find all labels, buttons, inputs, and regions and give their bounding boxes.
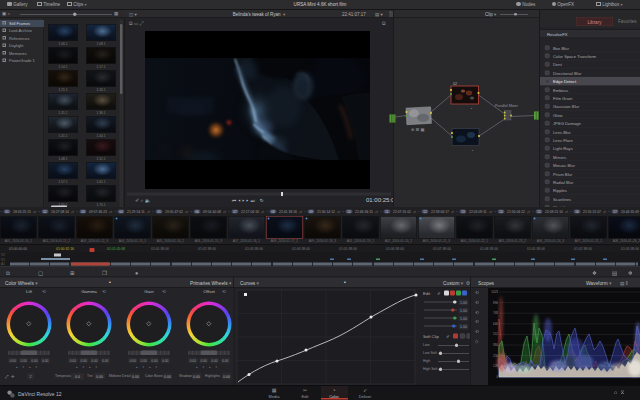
svg-text:896: 896 — [493, 301, 498, 305]
svg-text:768: 768 — [493, 311, 498, 315]
svg-text:640: 640 — [493, 322, 498, 326]
svg-text:02: 02 — [453, 82, 457, 86]
svg-text:1023: 1023 — [491, 290, 498, 294]
svg-text:Parallel Mixer: Parallel Mixer — [495, 104, 519, 108]
svg-text:⊕ ☰ ▦: ⊕ ☰ ▦ — [411, 127, 425, 132]
svg-text:256: 256 — [493, 354, 498, 358]
svg-text:384: 384 — [493, 343, 498, 347]
svg-text:512: 512 — [493, 332, 498, 336]
svg-text:◔: ◔ — [471, 149, 473, 153]
svg-text:◔: ◔ — [470, 107, 472, 111]
